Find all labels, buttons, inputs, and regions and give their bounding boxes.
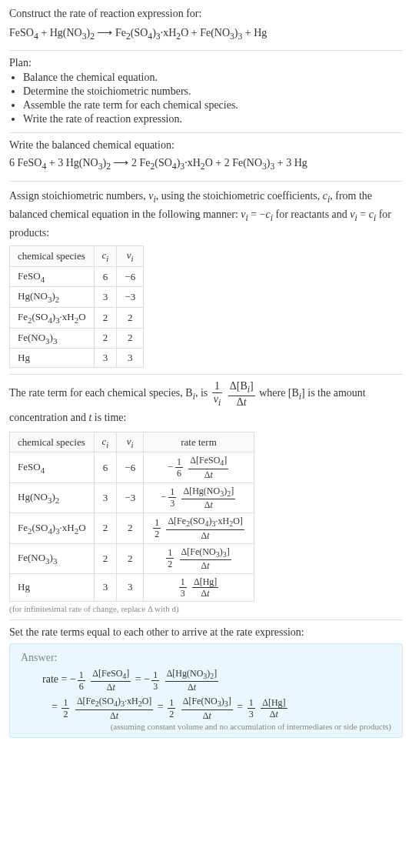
answer-note: (assuming constant volume and no accumul… (21, 722, 391, 731)
plan-item: Determine the stoichiometric numbers. (23, 85, 403, 98)
cell-nui: 2 (117, 543, 144, 573)
plan-item: Write the rate of reaction expression. (23, 112, 403, 126)
cell-species: Fe2(SO4)3·xH2O (10, 513, 95, 543)
table-header-row: chemical species ci νi rate term (10, 432, 254, 452)
cell-rate: −16 Δ[FeSO4]Δt (144, 452, 254, 482)
cell-ci: 3 (94, 482, 117, 512)
unbalanced-equation: FeSO4 + Hg(NO3)2 ⟶ Fe2(SO4)3·xH2O + Fe(N… (9, 22, 403, 44)
col-species: chemical species (10, 432, 95, 452)
stoich-table: chemical species ci νi FeSO4 6 −6 Hg(NO3… (9, 245, 144, 368)
rate-table: chemical species ci νi rate term FeSO4 6… (9, 432, 254, 602)
col-species: chemical species (10, 246, 95, 267)
col-ci: ci (94, 246, 117, 267)
cell-nui: 2 (117, 513, 144, 543)
rate-footnote: (for infinitesimal rate of change, repla… (9, 604, 403, 613)
stoich-intro: Assign stoichiometric numbers, νi, using… (9, 188, 403, 242)
col-nui: νi (117, 246, 144, 267)
cell-species: Fe(NO3)3 (10, 328, 95, 349)
cell-rate: −13 Δ[Hg(NO3)2]Δt (144, 482, 254, 512)
table-row: Hg(NO3)2 3 −3 −13 Δ[Hg(NO3)2]Δt (10, 482, 254, 512)
cell-ci: 3 (94, 287, 117, 308)
rate-section: The rate term for each chemical species,… (9, 375, 403, 619)
final-section: Set the rate terms equal to each other t… (9, 620, 403, 744)
balanced-label: Write the balanced chemical equation: (9, 139, 403, 152)
table-row: FeSO4 6 −6 −16 Δ[FeSO4]Δt (10, 452, 254, 482)
cell-species: FeSO4 (10, 266, 95, 287)
table-row: Hg(NO3)2 3 −3 (10, 287, 144, 308)
cell-species: Fe(NO3)3 (10, 543, 95, 573)
cell-rate: 12 Δ[Fe2(SO4)3·xH2O]Δt (144, 513, 254, 543)
plan-item: Balance the chemical equation. (23, 71, 403, 85)
cell-ci: 2 (94, 543, 117, 573)
plan-list: Balance the chemical equation. Determine… (9, 71, 403, 126)
cell-nui: −6 (117, 452, 144, 482)
answer-box: Answer: rate = −16 Δ[FeSO4]Δt = −13 Δ[Hg… (9, 643, 403, 738)
cell-nui: 2 (117, 328, 144, 349)
table-header-row: chemical species ci νi (10, 246, 144, 267)
cell-ci: 2 (94, 328, 117, 349)
plan-item: Assemble the rate term for each chemical… (23, 98, 403, 112)
answer-line-1: rate = −16 Δ[FeSO4]Δt = −13 Δ[Hg(NO3)2]Δ… (21, 664, 391, 692)
cell-species: FeSO4 (10, 452, 95, 482)
cell-ci: 3 (94, 573, 117, 601)
col-rate: rate term (144, 432, 254, 452)
cell-species: Hg(NO3)2 (10, 482, 95, 512)
stoich-section: Assign stoichiometric numbers, νi, using… (9, 182, 403, 375)
cell-nui: −6 (117, 266, 144, 287)
plan-title: Plan: (9, 57, 403, 69)
table-row: FeSO4 6 −6 (10, 266, 144, 287)
balanced-section: Write the balanced chemical equation: 6 … (9, 133, 403, 180)
cell-nui: 2 (117, 307, 144, 328)
cell-nui: 3 (117, 349, 144, 368)
cell-ci: 6 (94, 452, 117, 482)
answer-label: Answer: (21, 652, 391, 664)
prompt-section: Construct the rate of reaction expressio… (9, 0, 403, 50)
table-row: Hg 3 3 (10, 349, 144, 368)
cell-ci: 3 (94, 349, 117, 368)
page: Construct the rate of reaction expressio… (0, 0, 412, 760)
table-row: Fe(NO3)3 2 2 (10, 328, 144, 349)
col-nui: νi (117, 432, 144, 452)
table-row: Fe2(SO4)3·xH2O 2 2 (10, 307, 144, 328)
cell-species: Hg (10, 349, 95, 368)
rate-intro: The rate term for each chemical species,… (9, 381, 403, 427)
cell-species: Fe2(SO4)3·xH2O (10, 307, 95, 328)
col-ci: ci (94, 432, 117, 452)
cell-species: Hg (10, 573, 95, 601)
cell-ci: 6 (94, 266, 117, 287)
cell-rate: 13 Δ[Hg]Δt (144, 573, 254, 601)
cell-species: Hg(NO3)2 (10, 287, 95, 308)
construct-label: Construct the rate of reaction expressio… (9, 6, 403, 22)
cell-nui: −3 (117, 287, 144, 308)
answer-line-2: = 12 Δ[Fe2(SO4)3·xH2O]Δt = 12 Δ[Fe(NO3)3… (21, 692, 391, 719)
cell-rate: 12 Δ[Fe(NO3)3]Δt (144, 543, 254, 573)
table-row: Fe(NO3)3 2 2 12 Δ[Fe(NO3)3]Δt (10, 543, 254, 573)
table-row: Hg 3 3 13 Δ[Hg]Δt (10, 573, 254, 601)
plan-section: Plan: Balance the chemical equation. Det… (9, 51, 403, 132)
cell-nui: 3 (117, 573, 144, 601)
balanced-equation: 6 FeSO4 + 3 Hg(NO3)2 ⟶ 2 Fe2(SO4)3·xH2O … (9, 152, 403, 174)
cell-nui: −3 (117, 482, 144, 512)
final-intro: Set the rate terms equal to each other t… (9, 626, 403, 639)
cell-ci: 2 (94, 307, 117, 328)
cell-ci: 2 (94, 513, 117, 543)
table-row: Fe2(SO4)3·xH2O 2 2 12 Δ[Fe2(SO4)3·xH2O]Δ… (10, 513, 254, 543)
